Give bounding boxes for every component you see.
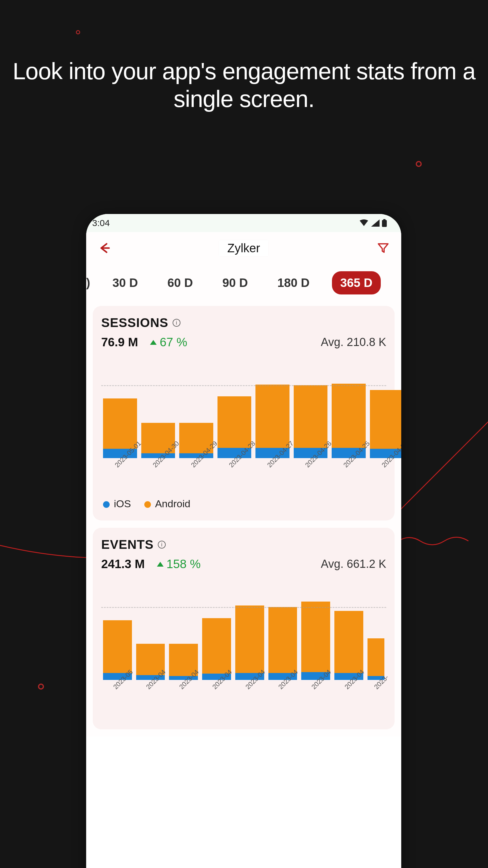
wifi-icon: [359, 219, 369, 227]
bar-column[interactable]: 2023-04: [301, 607, 330, 685]
bar-segment-android: [255, 384, 290, 448]
bar-segment-android: [235, 606, 264, 673]
bar-column[interactable]: 2023-: [367, 607, 384, 685]
back-button[interactable]: [98, 241, 111, 255]
content-area: ) 30 D 60 D 90 D 180 D 365 D SESSIONS i …: [86, 264, 401, 737]
events-card: EVENTS i 241.3 M 158 % Avg. 661.2 K 2023…: [93, 528, 395, 730]
events-average: Avg. 661.2 K: [321, 558, 386, 570]
bar-segment-android: [332, 384, 366, 448]
bar-segment-android: [218, 396, 252, 448]
status-bar: 3:04: [86, 214, 401, 232]
bar-segment-android: [301, 601, 330, 672]
events-chart[interactable]: 2023-052023-042023-042023-042023-042023-…: [101, 607, 386, 718]
svg-rect-0: [382, 220, 387, 227]
status-icons: [359, 219, 387, 227]
bar-segment-android: [103, 398, 137, 448]
sessions-legend: iOS Android: [101, 498, 386, 510]
gridline: [101, 607, 386, 608]
bar-column[interactable]: 2023-04-24: [370, 385, 401, 464]
bar-column[interactable]: 2023-04-25: [332, 385, 366, 464]
decorative-circle: [76, 30, 80, 34]
sessions-change-value: 67 %: [160, 336, 187, 349]
legend-dot-ios: [103, 501, 110, 508]
bar-segment-android: [294, 385, 328, 448]
bar-segment-android: [370, 390, 401, 449]
events-title: EVENTS: [101, 537, 154, 552]
sessions-title: SESSIONS: [101, 315, 168, 330]
bar-segment-android: [367, 638, 384, 676]
range-tab-365d[interactable]: 365 D: [332, 271, 381, 294]
sessions-total: 76.9 M: [101, 336, 138, 349]
decorative-circle: [38, 684, 44, 689]
range-tab-60d[interactable]: 60 D: [160, 273, 200, 293]
sessions-average: Avg. 210.8 K: [321, 336, 386, 349]
events-change: 158 %: [157, 557, 201, 571]
bar-column[interactable]: 2023-04: [268, 607, 297, 685]
signal-icon: [371, 219, 380, 227]
bar-column[interactable]: 2023-04-27: [255, 385, 290, 464]
bar-segment-android: [103, 620, 132, 673]
range-tab-clipped[interactable]: ): [86, 273, 90, 293]
range-tabs: ) 30 D 60 D 90 D 180 D 365 D: [86, 264, 401, 304]
svg-rect-1: [383, 219, 386, 220]
legend-item-android: Android: [144, 498, 190, 510]
bar-segment-android: [334, 611, 363, 673]
sessions-chart[interactable]: 2023-05-012023-04-302023-04-292023-04-28…: [101, 385, 386, 497]
trend-up-icon: [157, 562, 164, 567]
battery-icon: [382, 219, 387, 227]
gridline: [101, 385, 386, 386]
events-change-value: 158 %: [167, 557, 201, 571]
bar-column[interactable]: 2023-04-28: [218, 385, 252, 464]
app-title[interactable]: Zylker: [219, 240, 269, 256]
bar-column[interactable]: 2023-04-30: [141, 385, 175, 464]
legend-label-android: Android: [155, 498, 190, 509]
bar-column[interactable]: 2023-04-26: [294, 385, 328, 464]
filter-button[interactable]: [377, 241, 390, 255]
bar-segment-android: [268, 607, 297, 673]
bar-column[interactable]: 2023-04: [169, 607, 198, 685]
sessions-change: 67 %: [150, 336, 187, 349]
arrow-left-icon: [98, 242, 110, 254]
sessions-card: SESSIONS i 76.9 M 67 % Avg. 210.8 K 2023…: [93, 306, 395, 521]
app-header: Zylker: [86, 232, 401, 264]
info-icon[interactable]: i: [158, 541, 166, 549]
decorative-line: [396, 533, 481, 552]
bar-column[interactable]: 2023-05-01: [103, 385, 137, 464]
bar-column[interactable]: 2023-04: [235, 607, 264, 685]
events-total: 241.3 M: [101, 557, 145, 571]
phone-frame: 3:04 Zylker ) 30 D 60 D 90 D 180 D 365 D: [86, 214, 401, 868]
bar-column[interactable]: 2023-04: [334, 607, 363, 685]
range-tab-180d[interactable]: 180 D: [270, 273, 317, 293]
legend-item-ios: iOS: [103, 498, 131, 510]
bar-column[interactable]: 2023-04-29: [179, 385, 213, 464]
funnel-icon: [377, 242, 389, 254]
promo-headline: Look into your app's engagement stats fr…: [0, 57, 488, 113]
trend-up-icon: [150, 340, 157, 345]
legend-dot-android: [144, 501, 151, 508]
decorative-circle: [416, 161, 422, 167]
bar-column[interactable]: 2023-04: [202, 607, 231, 685]
info-icon[interactable]: i: [173, 319, 181, 327]
status-time: 3:04: [92, 218, 110, 228]
range-tab-90d[interactable]: 90 D: [215, 273, 255, 293]
bar-column[interactable]: 2023-04: [136, 607, 165, 685]
bar-column[interactable]: 2023-05: [103, 607, 132, 685]
legend-label-ios: iOS: [114, 498, 131, 509]
bar-segment-android: [202, 618, 231, 674]
range-tab-30d[interactable]: 30 D: [105, 273, 145, 293]
